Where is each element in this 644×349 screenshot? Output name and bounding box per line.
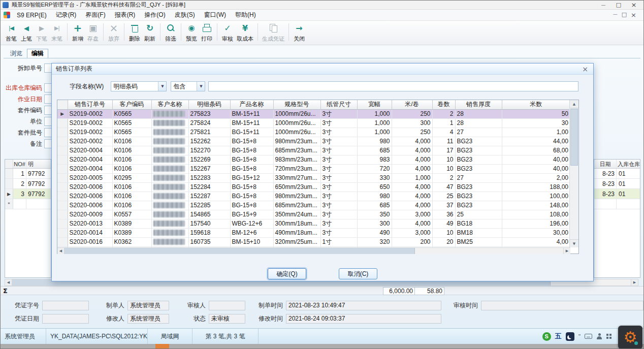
table-row[interactable]: S2020-0013 K0389 157540 WBG-12+6 300mm/1… [57,219,570,228]
scroll-up-icon[interactable] [570,100,578,108]
toolbar-button[interactable]: 取成本 [235,22,255,44]
toolbar-button[interactable]: 下笔 [34,22,49,44]
detail-row[interactable]: * [5,199,51,209]
table-row[interactable]: S2020-0005 K0295 152283 BG-15+12 330mm/2… [57,173,570,182]
table-row[interactable]: S2020-0004 K0106 152270 BG-15+8 685mm/23… [57,146,570,155]
field-name-select[interactable]: 明细条码 [111,81,167,91]
operator-select[interactable]: 包含 [171,81,205,91]
toolbar-button[interactable]: 删除 [127,22,142,44]
column-header[interactable]: 销售订单号 [68,100,112,109]
maximize-button[interactable] [611,1,626,9]
toolbar-button[interactable]: 新增 [70,22,85,44]
column-header[interactable]: 米数 [502,100,570,109]
column-header[interactable]: 产品名称 [230,100,273,109]
table-row[interactable]: S2020-0006 K0106 152287 BG-15+8 980mm/23… [57,192,570,201]
table-row[interactable]: S2020-0006 K0106 152285 BG-15+8 685mm/23… [57,201,570,210]
minimize-button[interactable] [596,1,611,9]
toolbar-button[interactable]: 上笔 [19,22,34,44]
toolbar-button[interactable] [217,23,217,41]
detail-row[interactable]: 8-23 01 [594,179,640,189]
toolbar-button[interactable] [67,23,68,41]
table-row[interactable]: S2020-0006 K0106 152284 BG-15+8 650mm/23… [57,182,570,192]
mdi-minimize-icon[interactable] [613,11,618,19]
menu-item[interactable]: 操作(O) [140,10,170,20]
night-mode-icon[interactable] [566,332,574,341]
column-header[interactable]: 米/卷 [392,100,432,109]
toolbar-button[interactable]: 打印 [199,22,214,44]
mdi-close-icon[interactable] [631,11,636,19]
tab[interactable]: 浏览 [6,49,27,58]
toolbar-button[interactable]: 预览 [184,22,199,44]
scroll-thumb[interactable] [65,248,415,254]
column-header[interactable]: 宽幅 [357,100,392,109]
toolbar-button[interactable]: 放弃 [106,22,121,44]
menu-item[interactable]: 界面(F) [81,10,110,20]
toolbar-button[interactable] [103,23,104,41]
scroll-thumb[interactable] [570,109,578,166]
column-header[interactable]: 卷数 [432,100,455,109]
column-header[interactable]: 客户名称 [151,100,188,109]
column-header[interactable]: 纸管尺寸 [320,100,357,109]
menu-item[interactable]: 报表(R) [110,10,140,20]
menu-item[interactable]: 记录(R) [51,10,81,20]
menu-item[interactable]: 窗口(W) [200,10,231,20]
scroll-down-icon[interactable] [570,239,578,247]
detail-row[interactable]: 8-23 01 [594,169,640,179]
filter-value-input[interactable] [208,81,578,91]
toolbar-button[interactable] [160,23,160,41]
scroll-right-icon[interactable]: ▶ [563,248,570,254]
table-row[interactable]: ▶ S2019-0002 K0565 275823 BM-15+11 1000m… [57,109,570,118]
table-row[interactable]: S2020-0004 K0106 152267 BG-15+8 720mm/23… [57,164,570,173]
wubi-mode-icon[interactable]: 五 [555,332,562,341]
chevron-down-icon[interactable] [197,82,205,91]
table-vertical-scrollbar[interactable] [569,100,578,247]
column-header[interactable]: 销售厚度 [455,100,502,109]
keyboard-icon[interactable] [585,334,592,339]
tab[interactable]: 编辑 [27,49,48,58]
column-header[interactable]: 规格型号 [273,100,320,109]
table-row[interactable]: S2020-0009 K0557 154865 BG-15+9 350mm/24… [57,210,570,219]
table-row[interactable]: S2020-0016 K0362 160735 BM-15+10 320mm/2… [57,237,570,246]
ok-button[interactable]: 确定(Q) [268,268,306,279]
sogou-icon[interactable]: S [542,332,551,341]
toolbar-button[interactable] [181,23,181,41]
cancel-button[interactable]: 取消(C) [339,268,377,279]
detail-row[interactable]: 1 97792 [5,169,51,179]
dialog-close-icon[interactable] [581,65,589,73]
chevron-down-icon[interactable] [158,82,166,91]
column-header[interactable]: 客户编码 [112,100,151,109]
toolbox-icon[interactable] [606,334,612,339]
menu-item[interactable]: 帮助(H) [231,10,261,20]
table-row[interactable]: S2020-0004 K0106 152269 BG-15+8 983mm/23… [57,155,570,164]
detail-row[interactable]: ▶ 3 97792 [5,189,51,199]
toolbar-button[interactable]: 筛选 [163,22,178,44]
table-row[interactable]: S2019-0002 K0565 275824 BM-15+11 1000mm/… [57,118,570,128]
table-row[interactable]: S2020-0002 K0106 152262 BG-15+8 980mm/23… [57,137,570,146]
menu-item[interactable]: 皮肤(S) [170,10,200,20]
toolbar-button[interactable]: 首笔 [4,22,19,44]
skin-icon[interactable] [596,333,602,339]
floating-gear-widget[interactable]: ⚙ [618,326,642,349]
close-button[interactable] [626,1,641,9]
toolbar-button[interactable] [288,23,289,41]
table-row[interactable]: S2020-0014 K0389 159618 BM-12+6 490mm/18… [57,228,570,237]
toolbar-button[interactable]: 末笔 [49,22,65,44]
table-row[interactable]: S2019-0002 K0565 275821 BG-15+11 1000mm/… [57,128,570,137]
table-horizontal-scrollbar[interactable]: ◀ ▶ [57,247,570,254]
toolbar-button[interactable]: 刷新 [142,22,157,44]
toolbar-button[interactable]: 关闭 [292,22,307,44]
toolbar-button[interactable] [124,23,124,41]
scroll-left-icon[interactable]: ◀ [5,279,12,285]
scroll-right-icon[interactable]: ▶ [631,279,638,285]
scroll-left-icon[interactable]: ◀ [57,248,65,254]
mdi-restore-icon[interactable] [622,11,627,19]
toolbar-button[interactable]: 生成凭证 [261,22,286,44]
menu-item[interactable]: S9 ERP(E) [12,10,51,20]
detail-row[interactable] [594,199,640,209]
toolbar-button[interactable] [257,23,258,41]
toolbar-button[interactable]: 审核 [220,22,235,44]
detail-row[interactable]: 2 97792 [5,179,51,189]
dialog-title-bar[interactable]: 销售订单列表 [52,64,593,75]
punctuation-icon[interactable] [578,333,581,340]
toolbar-button[interactable]: 存盘 [85,22,101,44]
